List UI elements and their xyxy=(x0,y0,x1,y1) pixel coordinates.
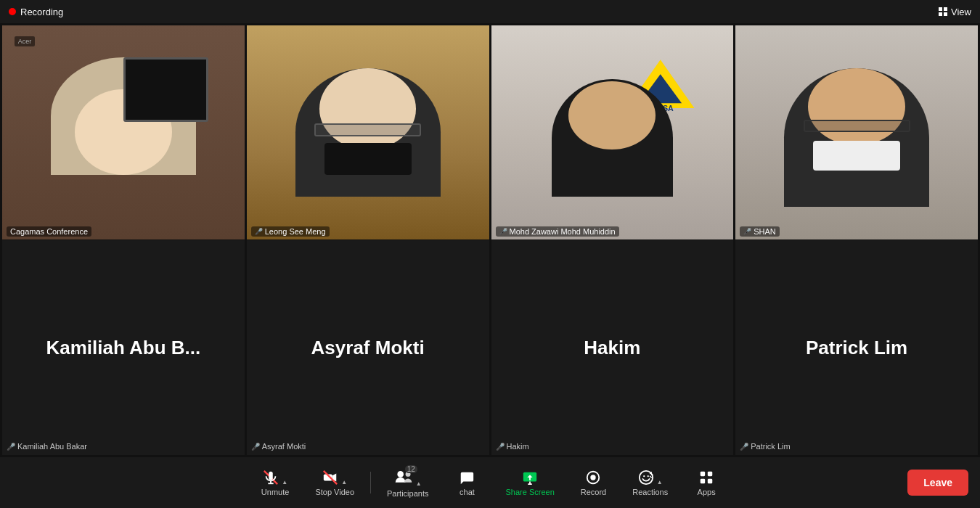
participants-icon-wrap: 12 ▲ xyxy=(394,468,422,487)
stop-video-icon-wrap: ▲ xyxy=(322,470,347,486)
video-bg-2: LPRSA xyxy=(491,25,734,239)
video-bg-3 xyxy=(735,25,978,239)
name-tile-1: Asyraf Mokti 🎤 Asyraf Mokti xyxy=(247,240,489,455)
name-label-1: Leong See Meng xyxy=(265,227,326,236)
share-screen-icon xyxy=(522,470,538,486)
chat-icon xyxy=(459,470,475,486)
reactions-label: Reactions xyxy=(632,488,668,496)
video-bg-1 xyxy=(247,25,489,239)
record-label: Record xyxy=(581,488,606,496)
unmute-label: Unmute xyxy=(261,488,290,496)
participants-count: 12 xyxy=(405,465,417,473)
apps-label: Apps xyxy=(698,488,716,496)
reactions-chevron: ▲ xyxy=(657,479,663,486)
video-chevron: ▲ xyxy=(341,479,347,486)
svg-rect-26 xyxy=(701,478,705,483)
reactions-icon xyxy=(638,470,654,486)
stop-video-label: Stop Video xyxy=(315,488,354,496)
mic-off-icon xyxy=(263,470,279,486)
small-name-0: 🎤 Kamiliah Abu Bakar xyxy=(7,442,87,451)
participant-name-2: 🎤 Mohd Zawawi Mohd Muhiddin xyxy=(496,226,619,237)
big-name-0: Kamiliah Abu B... xyxy=(46,337,200,359)
toolbar: ▲ Unmute ▲ Stop Video 12 xyxy=(0,457,980,508)
unmute-icon-wrap: ▲ xyxy=(263,470,287,486)
svg-point-16 xyxy=(397,471,404,478)
unmute-chevron: ▲ xyxy=(282,479,287,486)
video-bg-0: Acer xyxy=(2,25,245,239)
video-cell-2: LPRSA 🎤 Mohd Zawawi Mohd Muhiddin xyxy=(491,25,734,239)
record-icon xyxy=(585,470,601,486)
name-label-0: Cagamas Conference xyxy=(10,227,88,236)
big-name-2: Hakim xyxy=(584,337,640,359)
big-name-1: Asyraf Mokti xyxy=(311,337,425,359)
small-name-1: 🎤 Asyraf Mokti xyxy=(251,442,306,451)
svg-point-20 xyxy=(591,475,596,480)
svg-point-22 xyxy=(643,475,645,477)
share-screen-button[interactable]: Share Screen xyxy=(492,465,567,501)
svg-point-23 xyxy=(647,475,648,477)
chat-label: chat xyxy=(460,488,475,496)
participants-button[interactable]: 12 ▲ Participants xyxy=(374,464,441,502)
video-cell-0: Acer Cagamas Conference xyxy=(2,25,245,239)
record-button[interactable]: Record xyxy=(568,465,619,501)
name-tiles-row: Kamiliah Abu B... 🎤 Kamiliah Abu Bakar A… xyxy=(0,240,980,457)
unmute-button[interactable]: ▲ Unmute xyxy=(248,465,303,501)
svg-rect-24 xyxy=(701,471,705,475)
top-bar: Recording View xyxy=(0,0,980,23)
name-tile-2: Hakim 🎤 Hakim xyxy=(491,240,734,455)
svg-rect-27 xyxy=(708,478,712,483)
sep-1 xyxy=(370,472,371,493)
apps-button[interactable]: Apps xyxy=(681,465,732,501)
svg-rect-25 xyxy=(708,471,712,475)
participant-name-3: 🎤 SHAN xyxy=(740,226,780,237)
leave-button[interactable]: Leave xyxy=(907,470,968,496)
video-cell-1: 🎤 Leong See Meng xyxy=(247,25,489,239)
reactions-button[interactable]: ▲ Reactions xyxy=(619,465,681,501)
apps-icon xyxy=(698,470,714,486)
name-tile-0: Kamiliah Abu B... 🎤 Kamiliah Abu Bakar xyxy=(2,240,245,455)
participant-name-1: 🎤 Leong See Meng xyxy=(251,226,330,237)
recording-dot xyxy=(9,8,16,15)
recording-indicator: Recording xyxy=(9,7,63,17)
small-name-3: 🎤 Patrick Lim xyxy=(740,442,790,451)
participants-label: Participants xyxy=(387,489,428,498)
name-label-2: Mohd Zawawi Mohd Muhiddin xyxy=(510,227,616,236)
video-off-icon xyxy=(322,470,338,486)
recording-label: Recording xyxy=(20,7,63,17)
name-label-3: SHAN xyxy=(754,227,776,236)
reactions-icon-wrap: ▲ xyxy=(638,470,663,486)
participant-name-0: Cagamas Conference xyxy=(7,226,91,237)
big-name-3: Patrick Lim xyxy=(806,337,907,359)
view-label: View xyxy=(951,7,971,17)
svg-rect-10 xyxy=(269,471,273,480)
chat-button[interactable]: chat xyxy=(441,465,492,501)
small-name-2: 🎤 Hakim xyxy=(496,442,529,451)
view-button[interactable]: View xyxy=(939,7,971,17)
stop-video-button[interactable]: ▲ Stop Video xyxy=(302,465,367,501)
name-tile-3: Patrick Lim 🎤 Patrick Lim xyxy=(735,240,978,455)
video-cell-3: 🎤 SHAN xyxy=(735,25,978,239)
participants-chevron: ▲ xyxy=(416,480,422,487)
grid-icon xyxy=(939,7,947,16)
share-screen-label: Share Screen xyxy=(505,488,554,496)
